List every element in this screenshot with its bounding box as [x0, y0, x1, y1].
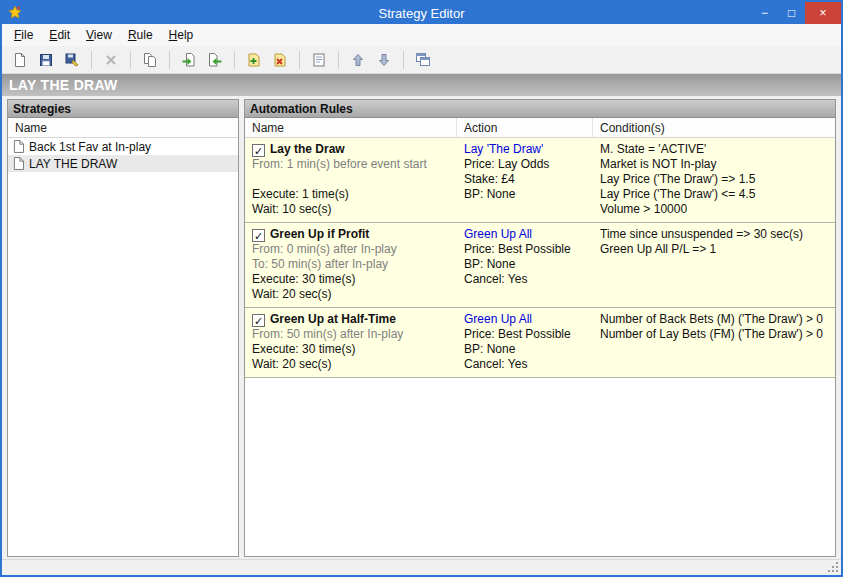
- rule-title-line: ✓Lay the Draw: [252, 142, 453, 157]
- rule-schedule-line: To: 50 min(s) after In-play: [252, 257, 453, 272]
- maximize-button[interactable]: □: [778, 2, 805, 24]
- new-strategy-button[interactable]: [8, 48, 32, 72]
- document-icon: [13, 140, 24, 153]
- strategy-title: LAY THE DRAW: [9, 77, 118, 93]
- move-up-button[interactable]: [346, 48, 370, 72]
- strategies-column-header[interactable]: Name: [8, 118, 238, 138]
- app-icon: [7, 5, 23, 21]
- toolbar: [2, 46, 841, 74]
- strategy-list-item[interactable]: Back 1st Fav at In-play: [8, 138, 238, 155]
- rule-schedule-line: Wait: 20 sec(s): [252, 357, 453, 372]
- rule-schedule-line: [252, 172, 453, 187]
- rule-title-line: ✓Green Up if Profit: [252, 227, 453, 242]
- save-as-icon: [64, 52, 80, 68]
- cascade-windows-button[interactable]: [411, 48, 435, 72]
- rule-name: Lay the Draw: [270, 142, 345, 156]
- rules-column-name[interactable]: Name: [245, 118, 457, 137]
- save-icon: [38, 52, 54, 68]
- rule-row[interactable]: ✓Green Up at Half-TimeFrom: 50 min(s) af…: [245, 308, 835, 378]
- new-rule-icon: [246, 52, 262, 68]
- rule-enabled-checkbox[interactable]: ✓: [252, 144, 265, 157]
- import-rules-button[interactable]: [177, 48, 201, 72]
- toolbar-separator: [234, 51, 235, 69]
- rule-action-line: BP: None: [464, 187, 589, 202]
- rule-name-cell: ✓Green Up at Half-TimeFrom: 50 min(s) af…: [245, 308, 457, 377]
- rule-schedule-line: From: 0 min(s) after In-play: [252, 242, 453, 257]
- rule-action-line: BP: None: [464, 257, 589, 272]
- delete-button[interactable]: [99, 48, 123, 72]
- save-button[interactable]: [34, 48, 58, 72]
- toolbar-separator: [169, 51, 170, 69]
- rule-action-link[interactable]: Lay 'The Draw': [464, 142, 589, 157]
- copy-button[interactable]: [138, 48, 162, 72]
- rule-action-link[interactable]: Green Up All: [464, 227, 589, 242]
- properties-button[interactable]: [307, 48, 331, 72]
- new-icon: [12, 52, 28, 68]
- strategies-pane-header: Strategies: [8, 100, 238, 118]
- rule-row[interactable]: ✓Lay the DrawFrom: 1 min(s) before event…: [245, 138, 835, 223]
- rule-name: Green Up if Profit: [270, 227, 369, 241]
- rule-action-line: Cancel: Yes: [464, 272, 589, 287]
- move-down-icon: [376, 52, 392, 68]
- rule-action-line: Price: Best Possible: [464, 327, 589, 342]
- new-rule-button[interactable]: [242, 48, 266, 72]
- minimize-button[interactable]: −: [751, 2, 778, 24]
- rule-conditions-cell: M. State = 'ACTIVE'Market is NOT In-play…: [593, 138, 835, 222]
- delete-rule-icon: [272, 52, 288, 68]
- main-area: Strategies Name Back 1st Fav at In-playL…: [2, 96, 841, 559]
- copy-icon: [142, 52, 158, 68]
- strategy-title-band: LAY THE DRAW: [2, 74, 841, 96]
- titlebar[interactable]: Strategy Editor − □ ×: [2, 2, 841, 24]
- close-button[interactable]: ×: [805, 2, 841, 24]
- rule-schedule-line: Execute: 30 time(s): [252, 342, 453, 357]
- rule-conditions-cell: Number of Back Bets (M) ('The Draw') > 0…: [593, 308, 835, 377]
- rules-column-conditions[interactable]: Condition(s): [593, 118, 835, 137]
- rule-condition-line: Time since unsuspended => 30 sec(s): [600, 227, 831, 242]
- cascade-icon: [415, 52, 431, 68]
- delete-rule-button[interactable]: [268, 48, 292, 72]
- strategy-name: LAY THE DRAW: [29, 157, 117, 171]
- rule-conditions-cell: Time since unsuspended => 30 sec(s)Green…: [593, 223, 835, 307]
- rule-condition-line: Number of Back Bets (M) ('The Draw') > 0: [600, 312, 831, 327]
- move-down-button[interactable]: [372, 48, 396, 72]
- strategy-list-item[interactable]: LAY THE DRAW: [8, 155, 238, 172]
- save-as-button[interactable]: [60, 48, 84, 72]
- rules-column-header: Name Action Condition(s): [245, 118, 835, 138]
- rule-row[interactable]: ✓Green Up if ProfitFrom: 0 min(s) after …: [245, 223, 835, 308]
- rule-enabled-checkbox[interactable]: ✓: [252, 314, 265, 327]
- menu-edit[interactable]: Edit: [41, 25, 78, 45]
- rule-name-cell: ✓Lay the DrawFrom: 1 min(s) before event…: [245, 138, 457, 222]
- rule-enabled-checkbox[interactable]: ✓: [252, 229, 265, 242]
- rules-column-action[interactable]: Action: [457, 118, 593, 137]
- rules-pane-header: Automation Rules: [245, 100, 835, 118]
- toolbar-separator: [130, 51, 131, 69]
- menu-view[interactable]: View: [78, 25, 120, 45]
- status-bar: [2, 559, 841, 575]
- rule-schedule-line: Execute: 1 time(s): [252, 187, 453, 202]
- rule-condition-line: Lay Price ('The Draw') <= 4.5: [600, 187, 831, 202]
- rule-condition-line: Number of Lay Bets (FM) ('The Draw') > 0: [600, 327, 831, 342]
- menu-rule[interactable]: Rule: [120, 25, 161, 45]
- window-controls: − □ ×: [751, 2, 841, 24]
- menu-file[interactable]: File: [6, 25, 41, 45]
- rule-schedule-line: From: 1 min(s) before event start: [252, 157, 453, 172]
- rule-condition-line: Market is NOT In-play: [600, 157, 831, 172]
- toolbar-separator: [338, 51, 339, 69]
- rule-condition-line: Green Up All P/L => 1: [600, 242, 831, 257]
- toolbar-separator: [403, 51, 404, 69]
- import-icon: [181, 52, 197, 68]
- rule-action-link[interactable]: Green Up All: [464, 312, 589, 327]
- move-up-icon: [350, 52, 366, 68]
- export-rules-button[interactable]: [203, 48, 227, 72]
- strategies-column-name: Name: [15, 121, 47, 135]
- strategy-editor-window: Strategy Editor − □ × FileEditViewRuleHe…: [0, 0, 843, 577]
- strategies-list: Back 1st Fav at In-playLAY THE DRAW: [8, 138, 238, 556]
- rule-action-line: Cancel: Yes: [464, 357, 589, 372]
- rule-schedule-line: Wait: 10 sec(s): [252, 202, 453, 217]
- export-icon: [207, 52, 223, 68]
- resize-grip[interactable]: [827, 561, 839, 573]
- menu-help[interactable]: Help: [161, 25, 202, 45]
- toolbar-separator: [299, 51, 300, 69]
- rule-condition-line: M. State = 'ACTIVE': [600, 142, 831, 157]
- rule-action-line: BP: None: [464, 342, 589, 357]
